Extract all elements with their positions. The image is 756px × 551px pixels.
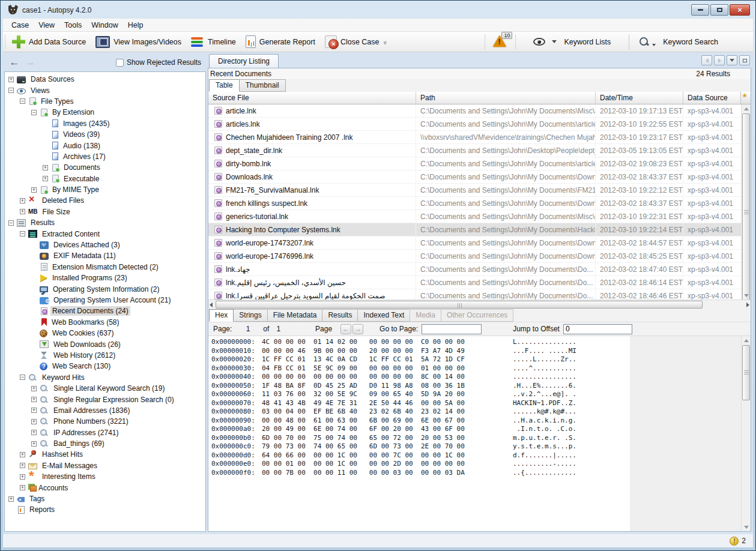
maximize-panel-button[interactable] — [739, 55, 750, 65]
tab-list-dropdown-button[interactable] — [727, 55, 737, 65]
scrollbar-thumb[interactable] — [742, 345, 750, 400]
collapse-icon[interactable]: − — [20, 98, 25, 104]
collapse-icon[interactable]: − — [31, 110, 37, 115]
goto-page-input[interactable] — [422, 324, 482, 334]
table-row[interactable]: Chechen Mujahideen Training 2007 .lnk\\v… — [208, 131, 751, 144]
table-row[interactable]: world-europe-17473207.lnkC:\Documents an… — [208, 236, 751, 250]
tree-item-web-search-130[interactable]: Web Search (130) — [5, 361, 205, 372]
minimize-button[interactable] — [691, 4, 709, 16]
tree-item-web-downloads-26[interactable]: Web Downloads (26) — [5, 339, 205, 349]
table-row[interactable]: Hacking Into Computer Systems.lnkC:\Docu… — [208, 223, 751, 236]
tree-item-views[interactable]: −Views — [5, 85, 205, 95]
view-images-videos-button[interactable]: View Images/Videos — [91, 34, 186, 50]
tab-hex[interactable]: Hex — [209, 309, 234, 322]
table-row[interactable]: FM21-76_SurvivalManual.lnkC:\Documents a… — [208, 184, 751, 197]
expand-icon[interactable]: + — [31, 397, 37, 402]
tree-item-tags[interactable]: +Tags — [5, 493, 205, 504]
close-case-button[interactable]: Close Case » — [320, 34, 392, 50]
expand-icon[interactable]: + — [31, 386, 37, 391]
column-settings-button[interactable] — [740, 92, 751, 104]
table-row[interactable]: Downloads.lnkC:\Documents and Settings\J… — [208, 170, 751, 184]
tree-item-bad-things-69[interactable]: +Bad_things (69) — [5, 438, 205, 449]
tab-thumbnail[interactable]: Thumbnail — [239, 79, 286, 92]
tree-item-audio-138[interactable]: Audio (138) — [5, 140, 205, 151]
tree-item-hashset-hits[interactable]: +Hashset Hits — [5, 449, 205, 460]
tree-item-e-mail-messages[interactable]: +E-Mail Messages — [5, 460, 205, 471]
tree-item-installed-programs-23[interactable]: Installed Programs (23) — [5, 272, 205, 283]
generate-report-button[interactable]: Generate Report — [241, 34, 320, 50]
tab-directory-listing[interactable]: Directory Listing — [209, 54, 279, 68]
expand-icon[interactable]: + — [20, 474, 25, 480]
tree-back-button[interactable]: ← — [7, 56, 22, 69]
scrollbar-thumb[interactable] — [742, 113, 750, 300]
tree-item-deleted-files[interactable]: +Deleted Files — [5, 195, 205, 206]
tab-indexed-text[interactable]: Indexed Text — [357, 309, 410, 322]
menu-item-help[interactable]: Help — [123, 20, 148, 31]
tree-forward-button[interactable]: → — [22, 56, 38, 69]
notification-alert-icon[interactable] — [730, 537, 739, 546]
tree-item-file-types[interactable]: −File Types — [5, 96, 205, 107]
expand-icon[interactable]: + — [31, 430, 37, 435]
tab-strings[interactable]: Strings — [233, 309, 267, 322]
keyword-lists-button[interactable]: Keyword Lists — [528, 36, 615, 48]
tree-item-extracted-content[interactable]: −Extracted Content — [5, 228, 205, 239]
tree-item-videos-39[interactable]: Videos (39) — [5, 129, 205, 140]
scroll-down-button[interactable] — [742, 291, 751, 300]
expand-icon[interactable]: + — [31, 187, 37, 193]
table-vertical-scrollbar[interactable] — [741, 104, 751, 300]
tree-item-email-addresses-1836[interactable]: +Email Addresses (1836) — [5, 405, 205, 416]
tree-item-web-cookies-637[interactable]: Web Cookies (637) — [5, 328, 205, 339]
menu-item-view[interactable]: View — [34, 20, 59, 31]
table-row[interactable]: generics-tutorial.lnkC:\Documents and Se… — [208, 210, 751, 223]
table-row[interactable]: french killings suspect.lnkC:\Documents … — [208, 197, 751, 210]
tree-item-devices-attached-3[interactable]: Devices Attached (3) — [5, 239, 205, 250]
table-horizontal-scrollbar[interactable] — [208, 300, 751, 309]
scrollbar-thumb[interactable] — [216, 301, 703, 309]
tree-item-results[interactable]: −Results — [5, 217, 205, 228]
tree-item-phone-numbers-3221[interactable]: +Phone Numbers (3221) — [5, 416, 205, 427]
expand-icon[interactable]: + — [43, 176, 48, 181]
page-next-button[interactable]: → — [352, 324, 363, 334]
hex-content[interactable]: 0x00000000:4C 00 00 00 01 14 02 00 00 00… — [208, 336, 630, 531]
expand-icon[interactable]: + — [43, 165, 48, 170]
expand-icon[interactable]: + — [8, 77, 14, 82]
tree-item-archives-17[interactable]: Archives (17) — [5, 151, 205, 162]
tree-item-extension-mismatch-detected-2[interactable]: Extension Mismatch Detected (2) — [5, 262, 205, 272]
tree-item-file-size[interactable]: +MBFile Size — [5, 206, 205, 217]
table-row[interactable]: articles.lnkC:\Documents and Settings\Jo… — [208, 118, 751, 131]
page-prev-button[interactable]: ← — [340, 324, 351, 334]
tree-item-web-bookmarks-58[interactable]: Web Bookmarks (58) — [5, 317, 205, 328]
collapse-icon[interactable]: − — [20, 375, 25, 380]
tree-item-executable[interactable]: +Executable — [5, 173, 205, 184]
hex-vertical-scrollbar[interactable] — [741, 336, 751, 531]
tree-item-ip-addresses-2741[interactable]: +IP Addresses (2741) — [5, 427, 205, 438]
expand-icon[interactable]: + — [31, 419, 37, 424]
expand-icon[interactable]: + — [8, 496, 14, 502]
tab-table[interactable]: Table — [209, 79, 240, 92]
tree-item-operating-system-user-account-21[interactable]: Operating System User Account (21) — [5, 295, 205, 306]
tree-item-documents[interactable]: +Documents — [5, 162, 205, 173]
tree-item-single-regular-expression-search-0[interactable]: +Single Regular Expression Search (0) — [5, 394, 205, 405]
collapse-icon[interactable]: − — [20, 231, 25, 236]
tree-item-keyword-hits[interactable]: −Keyword Hits — [5, 372, 205, 383]
timeline-button[interactable]: Timeline — [186, 35, 241, 49]
table-row[interactable]: world-europe-17476996.lnkC:\Documents an… — [208, 250, 751, 263]
menu-item-case[interactable]: Case — [7, 20, 34, 31]
table-row[interactable]: صمت الحكومة لقيام السويد بترحيل عراقيين … — [208, 289, 751, 300]
keyword-search-button[interactable]: Keyword Search — [634, 35, 723, 49]
tree-item-by-extension[interactable]: −By Extension — [5, 107, 205, 118]
tree-item-interesting-items[interactable]: +Interesting Items — [5, 471, 205, 482]
tree-item-accounts[interactable]: +Accounts — [5, 482, 205, 493]
scroll-down-button[interactable] — [742, 523, 751, 531]
column-header-datetime[interactable]: Date/Time — [596, 92, 683, 104]
toolbar-overflow-chevron-icon[interactable]: » — [382, 40, 389, 43]
tree-item-single-literal-keyword-search-19[interactable]: +Single Literal Keyword Search (19) — [5, 383, 205, 394]
expand-icon[interactable]: + — [20, 485, 25, 490]
expand-icon[interactable]: + — [31, 441, 37, 447]
column-header-path[interactable]: Path — [416, 92, 596, 104]
tree-item-images-2435[interactable]: Images (2435) — [5, 118, 205, 129]
tree-item-web-history-2612[interactable]: Web History (2612) — [5, 350, 205, 361]
add-data-source-button[interactable]: Add Data Source — [7, 34, 91, 50]
tree-item-by-mime-type[interactable]: +By MIME Type — [5, 184, 205, 195]
scroll-up-button[interactable] — [742, 104, 751, 113]
